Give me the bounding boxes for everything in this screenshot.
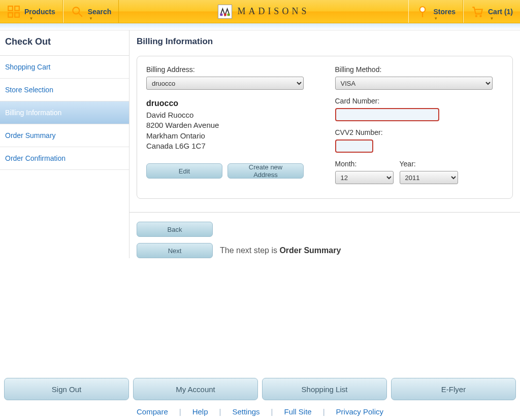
logo-mark-icon (218, 5, 232, 19)
edit-address-button[interactable]: Edit (146, 163, 222, 179)
brand-name: MADISONS (237, 6, 309, 17)
cart-icon (471, 5, 484, 18)
footer-link-settings[interactable]: Settings (232, 407, 259, 416)
shopping-list-button[interactable]: Shopping List (262, 378, 387, 400)
create-address-button[interactable]: Create new Address (228, 163, 304, 179)
sidebar-item-order-confirmation[interactable]: Order Confirmation (0, 147, 129, 170)
cart-label: Cart (1) (488, 8, 513, 15)
header-bar: Products ▼ Search ▼ MADISONS Stores ▼ Ca… (0, 0, 520, 23)
svg-point-11 (475, 15, 477, 17)
sidebar-item-order-summary[interactable]: Order Summary (0, 124, 129, 147)
next-button[interactable]: Next (137, 243, 213, 258)
footer-link-full-site[interactable]: Full Site (284, 407, 312, 416)
footer-links: Compare | Help | Settings | Full Site | … (4, 407, 516, 416)
chevron-down-icon: ▼ (434, 16, 438, 21)
svg-rect-6 (220, 13, 223, 16)
month-label: Month: (335, 160, 394, 168)
month-select[interactable]: 12 (335, 171, 394, 184)
my-account-button[interactable]: My Account (133, 378, 258, 400)
billing-address-col: Billing Address: druocco druocco David R… (146, 65, 315, 184)
separator: | (219, 407, 221, 416)
address-line-3: Markham Ontario (146, 131, 315, 141)
cvv-label: CVV2 Number: (335, 128, 504, 136)
svg-rect-1 (15, 6, 19, 11)
separator: | (323, 407, 325, 416)
billing-method-label: Billing Method: (335, 65, 504, 74)
checkout-sidebar: Check Out Shopping Cart Store Selection … (0, 30, 129, 258)
brand-logo[interactable]: MADISONS (218, 5, 309, 19)
sub-band (0, 23, 520, 30)
address-line-2: 8200 Warden Avenue (146, 120, 315, 130)
footer: Sign Out My Account Shopping List E-Flye… (0, 374, 520, 420)
products-menu[interactable]: Products ▼ (0, 0, 63, 23)
divider (129, 212, 520, 213)
cart-menu[interactable]: Cart (1) ▼ (463, 0, 520, 23)
cvv-input[interactable] (335, 139, 373, 153)
sidebar-item-billing-information[interactable]: Billing Information (0, 101, 129, 124)
sign-out-button[interactable]: Sign Out (4, 378, 129, 400)
footer-link-help[interactable]: Help (192, 407, 208, 416)
pin-icon (416, 5, 429, 18)
search-icon (71, 5, 84, 18)
main-content: Billing Information Billing Address: dru… (129, 30, 520, 258)
footer-link-privacy[interactable]: Privacy Policy (336, 407, 383, 416)
address-line-4: Canada L6G 1C7 (146, 141, 315, 151)
footer-link-compare[interactable]: Compare (137, 407, 168, 416)
separator: | (179, 407, 181, 416)
back-button[interactable]: Back (137, 222, 213, 237)
year-select[interactable]: 2011 (400, 171, 458, 184)
address-line-1: David Ruocco (146, 110, 315, 120)
billing-panel: Billing Address: druocco druocco David R… (137, 56, 513, 199)
search-label: Search (88, 8, 112, 15)
billing-address-select[interactable]: druocco (146, 77, 304, 90)
card-number-input[interactable] (335, 108, 439, 121)
svg-rect-7 (224, 13, 227, 16)
sidebar-item-shopping-cart[interactable]: Shopping Cart (0, 56, 129, 79)
svg-point-4 (73, 7, 79, 14)
svg-line-5 (79, 13, 82, 17)
billing-method-select[interactable]: VISA (335, 77, 493, 90)
sidebar-title: Check Out (0, 30, 129, 56)
next-step-hint: The next step is Order Summary (220, 246, 341, 255)
grid-icon (7, 5, 20, 18)
separator: | (271, 407, 273, 416)
chevron-down-icon: ▼ (29, 16, 33, 21)
next-step-prefix: The next step is (220, 246, 279, 255)
chevron-down-icon: ▼ (490, 16, 494, 21)
search-menu[interactable]: Search ▼ (63, 0, 119, 23)
card-number-label: Card Number: (335, 97, 504, 105)
eflyer-button[interactable]: E-Flyer (391, 378, 516, 400)
svg-rect-8 (228, 13, 230, 16)
header-center: MADISONS (119, 0, 408, 23)
stores-label: Stores (433, 8, 456, 15)
products-label: Products (24, 8, 55, 15)
sidebar-item-store-selection[interactable]: Store Selection (0, 79, 129, 101)
billing-address-label: Billing Address: (146, 65, 315, 74)
svg-rect-0 (8, 6, 13, 11)
svg-point-9 (420, 7, 426, 12)
address-name: druocco (146, 99, 315, 108)
next-step-name: Order Summary (279, 246, 341, 255)
billing-method-col: Billing Method: VISA Card Number: CVV2 N… (335, 65, 504, 184)
svg-rect-2 (8, 13, 13, 17)
svg-rect-3 (15, 13, 19, 17)
year-label: Year: (400, 160, 458, 168)
page-title: Billing Information (137, 37, 513, 47)
chevron-down-icon: ▼ (89, 16, 93, 21)
svg-point-12 (479, 15, 481, 17)
stores-menu[interactable]: Stores ▼ (408, 0, 463, 23)
